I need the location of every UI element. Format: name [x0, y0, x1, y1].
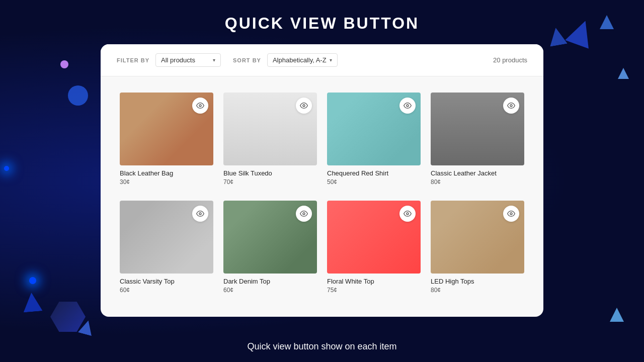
quick-view-button[interactable]: [192, 206, 208, 222]
product-name: Classic Varsity Top: [120, 278, 213, 285]
sort-chevron-icon: ▾: [330, 57, 332, 63]
eye-icon: [196, 210, 204, 218]
product-name: Black Leather Bag: [120, 169, 213, 177]
product-item[interactable]: Classic Varsity Top 60¢: [115, 197, 218, 305]
filter-chevron-icon: ▾: [213, 57, 215, 63]
svg-point-6: [407, 213, 409, 215]
main-card: FILTER BY All products ▾ SORT BY Alphabe…: [101, 44, 543, 317]
eye-icon: [404, 210, 412, 218]
product-price: 60¢: [120, 287, 213, 294]
product-item[interactable]: LED High Tops 80¢: [426, 197, 529, 305]
product-name: Classic Leather Jacket: [431, 169, 524, 177]
product-item[interactable]: Classic Leather Jacket 80¢: [426, 88, 529, 197]
product-image-wrap: [223, 201, 317, 274]
sort-label: SORT BY: [233, 57, 261, 63]
product-item[interactable]: Black Leather Bag 30¢: [115, 88, 218, 197]
sort-value: Alphabetically, A-Z: [273, 56, 327, 64]
deco-shape-5: [60, 60, 68, 68]
product-price: 60¢: [223, 287, 317, 294]
quick-view-button[interactable]: [296, 98, 312, 114]
product-grid: Black Leather Bag 30¢ Blue Silk Tuxedo 7…: [101, 76, 543, 317]
quick-view-button[interactable]: [399, 98, 416, 114]
product-name: Dark Denim Top: [223, 278, 317, 285]
toolbar: FILTER BY All products ▾ SORT BY Alphabe…: [101, 44, 543, 76]
product-image-wrap: [120, 93, 213, 165]
product-price: 75¢: [327, 287, 421, 294]
product-price: 80¢: [431, 178, 524, 186]
eye-icon: [196, 102, 204, 110]
filter-label: FILTER BY: [117, 57, 149, 63]
quick-view-button[interactable]: [192, 98, 208, 114]
product-name: Floral White Top: [327, 278, 421, 285]
glow-dot-1: [29, 277, 36, 284]
product-item[interactable]: Blue Silk Tuxedo 70¢: [218, 88, 322, 197]
glow-dot-2: [4, 166, 9, 171]
svg-point-2: [407, 105, 409, 107]
product-image-wrap: [327, 93, 421, 165]
sort-select[interactable]: Alphabetically, A-Z ▾: [267, 53, 338, 67]
svg-point-4: [199, 213, 201, 215]
product-price: 30¢: [120, 178, 213, 186]
product-image-wrap: [223, 93, 317, 165]
page-title: QUICK VIEW BUTTON: [225, 14, 419, 33]
svg-point-1: [303, 105, 305, 107]
product-count: 20 products: [493, 56, 527, 64]
product-price: 80¢: [431, 287, 524, 294]
product-image-wrap: [120, 201, 213, 274]
deco-shape-6: [68, 85, 88, 106]
product-image-wrap: [431, 201, 524, 274]
product-name: LED High Tops: [431, 278, 524, 285]
quick-view-button[interactable]: [399, 206, 416, 222]
product-name: Chequered Red Shirt: [327, 169, 421, 177]
eye-icon: [507, 210, 515, 218]
bottom-caption: Quick view button show on each item: [247, 341, 396, 352]
filter-value: All products: [161, 56, 195, 64]
product-item[interactable]: Floral White Top 75¢: [322, 197, 426, 305]
product-image-wrap: [431, 93, 524, 165]
filter-select[interactable]: All products ▾: [155, 53, 221, 67]
product-image-wrap: [327, 201, 421, 274]
quick-view-button[interactable]: [503, 98, 519, 114]
eye-icon: [404, 102, 412, 110]
product-item[interactable]: Dark Denim Top 60¢: [218, 197, 322, 305]
svg-point-5: [303, 213, 305, 215]
eye-icon: [300, 210, 308, 218]
product-item[interactable]: Chequered Red Shirt 50¢: [322, 88, 426, 197]
svg-point-3: [510, 105, 512, 107]
product-price: 70¢: [223, 178, 317, 186]
eye-icon: [507, 102, 515, 110]
quick-view-button[interactable]: [296, 206, 312, 222]
eye-icon: [300, 102, 308, 110]
product-price: 50¢: [327, 178, 421, 186]
quick-view-button[interactable]: [503, 206, 519, 222]
svg-point-0: [199, 105, 201, 107]
product-name: Blue Silk Tuxedo: [223, 169, 317, 177]
svg-point-7: [510, 213, 512, 215]
